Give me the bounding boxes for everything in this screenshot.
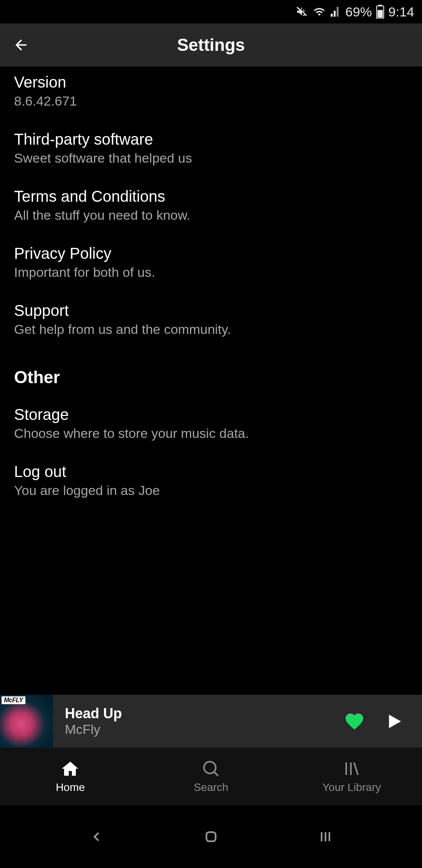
signal-icon xyxy=(330,6,342,18)
sys-back-button[interactable] xyxy=(81,821,112,852)
track-title: Head Up xyxy=(65,705,344,722)
setting-logout[interactable]: Log out You are logged in as Joe xyxy=(14,452,408,509)
now-playing-controls xyxy=(344,711,422,732)
bottom-nav: Home Search Your Library xyxy=(0,748,422,805)
home-icon xyxy=(61,759,80,778)
heart-icon xyxy=(344,711,365,732)
setting-title: Terms and Conditions xyxy=(14,188,408,205)
search-icon xyxy=(202,759,220,778)
sys-home-icon xyxy=(203,829,219,845)
sys-home-button[interactable] xyxy=(195,821,227,852)
setting-subtitle: You are logged in as Joe xyxy=(14,483,408,498)
setting-subtitle: Important for both of us. xyxy=(14,265,408,280)
play-icon xyxy=(384,712,402,730)
album-art xyxy=(0,695,53,748)
status-icons-group: 69% 9:14 xyxy=(295,4,414,20)
nav-library[interactable]: Your Library xyxy=(313,759,391,794)
settings-header: Settings xyxy=(0,23,422,66)
nav-label: Search xyxy=(194,781,229,794)
setting-title: Storage xyxy=(14,406,408,423)
svg-line-4 xyxy=(214,772,218,776)
svg-rect-8 xyxy=(206,832,215,841)
setting-privacy[interactable]: Privacy Policy Important for both of us. xyxy=(14,234,408,291)
battery-icon xyxy=(376,5,384,19)
back-arrow-icon xyxy=(13,36,30,54)
back-button[interactable] xyxy=(12,35,31,55)
system-nav-bar xyxy=(0,805,422,868)
nav-home[interactable]: Home xyxy=(31,759,109,794)
setting-storage[interactable]: Storage Choose where to store your music… xyxy=(14,395,408,452)
status-bar: 69% 9:14 xyxy=(0,0,422,23)
setting-support[interactable]: Support Get help from us and the communi… xyxy=(14,291,408,348)
setting-title: Privacy Policy xyxy=(14,245,408,262)
setting-title: Log out xyxy=(14,463,408,481)
setting-subtitle: 8.6.42.671 xyxy=(14,93,408,109)
now-playing-bar[interactable]: Head Up McFly xyxy=(0,694,422,748)
setting-title: Version xyxy=(14,74,408,91)
mute-icon xyxy=(295,5,309,18)
setting-subtitle: Sweet software that helped us xyxy=(14,151,408,166)
svg-rect-1 xyxy=(378,5,382,6)
setting-title: Support xyxy=(14,302,408,319)
setting-third-party[interactable]: Third-party software Sweet software that… xyxy=(14,120,408,177)
svg-line-7 xyxy=(354,762,358,775)
battery-percent: 69% xyxy=(345,4,372,20)
clock-text: 9:14 xyxy=(388,4,414,20)
sys-recents-icon xyxy=(318,829,333,845)
like-button[interactable] xyxy=(344,711,365,732)
play-button[interactable] xyxy=(384,712,402,730)
setting-title: Third-party software xyxy=(14,131,408,148)
setting-version[interactable]: Version 8.6.42.671 xyxy=(14,66,408,120)
setting-terms[interactable]: Terms and Conditions All the stuff you n… xyxy=(14,177,408,234)
setting-subtitle: Choose where to store your music data. xyxy=(14,426,408,441)
track-artist: McFly xyxy=(65,722,344,737)
wifi-icon xyxy=(313,6,326,18)
nav-search[interactable]: Search xyxy=(172,759,250,794)
setting-subtitle: All the stuff you need to know. xyxy=(14,208,408,223)
sys-back-icon xyxy=(89,829,104,845)
svg-rect-2 xyxy=(377,10,383,18)
nav-label: Your Library xyxy=(322,781,381,794)
sys-recents-button[interactable] xyxy=(310,821,341,852)
svg-point-3 xyxy=(204,762,216,773)
settings-content: Version 8.6.42.671 Third-party software … xyxy=(0,66,422,509)
nav-label: Home xyxy=(56,781,85,794)
track-info: Head Up McFly xyxy=(53,705,344,737)
page-title: Settings xyxy=(0,35,422,55)
section-header-other: Other xyxy=(14,348,408,395)
setting-subtitle: Get help from us and the community. xyxy=(14,322,408,337)
library-icon xyxy=(342,759,361,778)
